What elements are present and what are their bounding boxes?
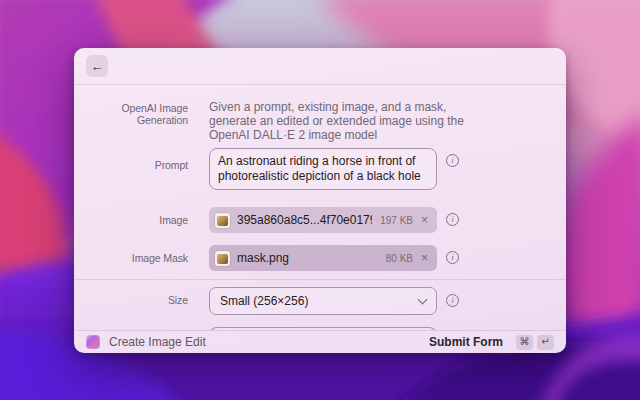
- form-area: OpenAI Image Generation Given a prompt, …: [74, 85, 566, 330]
- image-row: Image 395a860a8c5...4f70e01796.png 197 K…: [74, 207, 566, 233]
- image-mask-filename: mask.png: [237, 251, 378, 265]
- window-header: ←: [74, 48, 566, 85]
- description-line: OpenAI DALL·E 2 image model: [209, 128, 509, 142]
- command-key-badge: ⌘: [516, 335, 533, 350]
- image-filesize: 197 KB: [380, 215, 413, 226]
- extension-name-label: OpenAI Image Generation: [86, 100, 188, 126]
- arrow-left-icon: ←: [91, 59, 104, 74]
- chevron-down-icon: [418, 295, 428, 305]
- description-line: Given a prompt, existing image, and a ma…: [209, 100, 509, 114]
- prompt-row: Prompt An astronaut riding a horse in fr…: [74, 148, 566, 190]
- info-circle-icon[interactable]: i: [446, 154, 459, 167]
- window-footer: Create Image Edit Submit Form ⌘ ↵: [74, 330, 566, 353]
- return-key-badge: ↵: [537, 335, 554, 350]
- raycast-form-window: ← OpenAI Image Generation Given a prompt…: [74, 48, 566, 353]
- submit-form-button[interactable]: Submit Form: [429, 335, 503, 349]
- back-button[interactable]: ←: [86, 55, 108, 77]
- description-line: generate an edited or extended image usi…: [209, 114, 509, 128]
- prompt-textarea[interactable]: An astronaut riding a horse in front of …: [209, 148, 437, 190]
- extension-description-row: OpenAI Image Generation Given a prompt, …: [74, 100, 566, 142]
- command-title: Create Image Edit: [109, 335, 206, 349]
- image-file-chip[interactable]: 395a860a8c5...4f70e01796.png 197 KB ×: [209, 207, 437, 233]
- info-circle-icon[interactable]: i: [446, 251, 459, 264]
- size-row: Size Small (256×256) i: [74, 287, 566, 315]
- size-selected-value: Small (256×256): [220, 294, 308, 308]
- next-field-clipped[interactable]: [209, 327, 437, 330]
- file-thumbnail-icon: [215, 213, 230, 228]
- dalle-extension-icon: [86, 335, 100, 349]
- close-icon[interactable]: ×: [421, 213, 428, 227]
- form-section-divider: [74, 279, 566, 280]
- image-mask-filesize: 80 KB: [386, 253, 413, 264]
- close-icon[interactable]: ×: [421, 251, 428, 265]
- image-mask-file-chip[interactable]: mask.png 80 KB ×: [209, 245, 437, 271]
- prompt-label: Prompt: [86, 148, 188, 171]
- info-circle-icon[interactable]: i: [446, 213, 459, 226]
- image-label: Image: [86, 207, 188, 226]
- file-thumbnail-icon: [215, 251, 230, 266]
- size-label: Size: [86, 287, 188, 306]
- image-filename: 395a860a8c5...4f70e01796.png: [237, 213, 372, 227]
- image-mask-label: Image Mask: [86, 245, 188, 264]
- extension-description: Given a prompt, existing image, and a ma…: [209, 100, 509, 142]
- image-mask-row: Image Mask mask.png 80 KB × i: [74, 245, 566, 271]
- size-dropdown[interactable]: Small (256×256): [209, 287, 437, 315]
- info-circle-icon[interactable]: i: [446, 294, 459, 307]
